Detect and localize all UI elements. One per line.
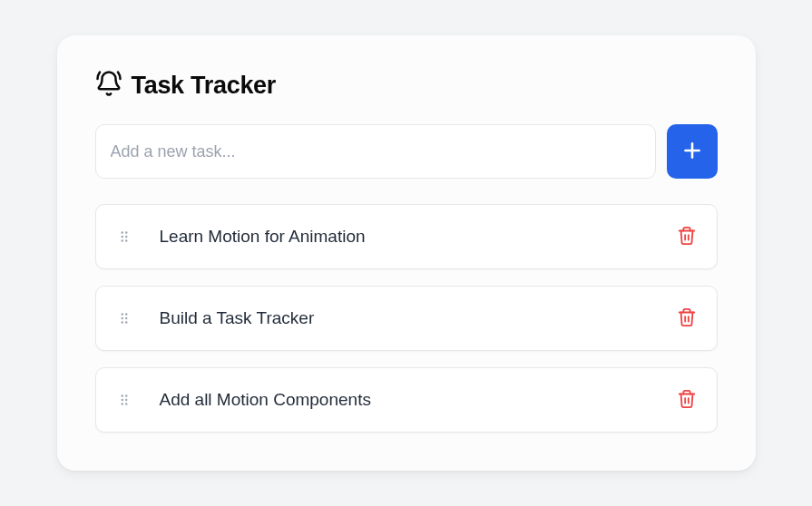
task-tracker-card: Task Tracker Learn Motion for Animation: [57, 35, 756, 471]
trash-icon: [677, 307, 697, 330]
svg-point-12: [121, 317, 122, 319]
task-item: Learn Motion for Animation: [95, 204, 718, 269]
drag-handle-icon[interactable]: [116, 310, 132, 326]
svg-point-23: [125, 403, 127, 404]
header: Task Tracker: [95, 70, 718, 101]
add-task-row: [95, 124, 718, 179]
task-text: Add all Motion Components: [160, 390, 650, 410]
drag-handle-icon[interactable]: [116, 392, 132, 408]
delete-task-button[interactable]: [677, 307, 697, 330]
svg-point-22: [121, 403, 122, 404]
task-input[interactable]: [95, 124, 656, 179]
svg-point-15: [125, 321, 127, 323]
plus-icon: [680, 139, 704, 165]
delete-task-button[interactable]: [677, 389, 697, 412]
task-item: Add all Motion Components: [95, 367, 718, 433]
task-text: Learn Motion for Animation: [160, 227, 650, 247]
delete-task-button[interactable]: [677, 226, 697, 248]
svg-point-20: [121, 399, 122, 401]
trash-icon: [677, 389, 697, 412]
task-list: Learn Motion for Animation: [95, 204, 718, 433]
svg-point-3: [125, 231, 127, 233]
trash-icon: [677, 226, 697, 248]
svg-point-19: [125, 394, 127, 396]
svg-point-18: [121, 394, 122, 396]
page-title: Task Tracker: [132, 72, 277, 100]
svg-point-10: [121, 313, 122, 315]
drag-handle-icon[interactable]: [116, 229, 132, 245]
task-item: Build a Task Tracker: [95, 286, 718, 351]
svg-point-4: [121, 236, 122, 238]
add-task-button[interactable]: [667, 124, 718, 179]
svg-point-2: [121, 231, 122, 233]
task-text: Build a Task Tracker: [160, 308, 650, 328]
svg-point-5: [125, 236, 127, 238]
bell-icon: [95, 70, 122, 101]
svg-point-13: [125, 317, 127, 319]
svg-point-6: [121, 239, 122, 241]
svg-point-11: [125, 313, 127, 315]
svg-point-14: [121, 321, 122, 323]
svg-point-7: [125, 239, 127, 241]
svg-point-21: [125, 399, 127, 401]
